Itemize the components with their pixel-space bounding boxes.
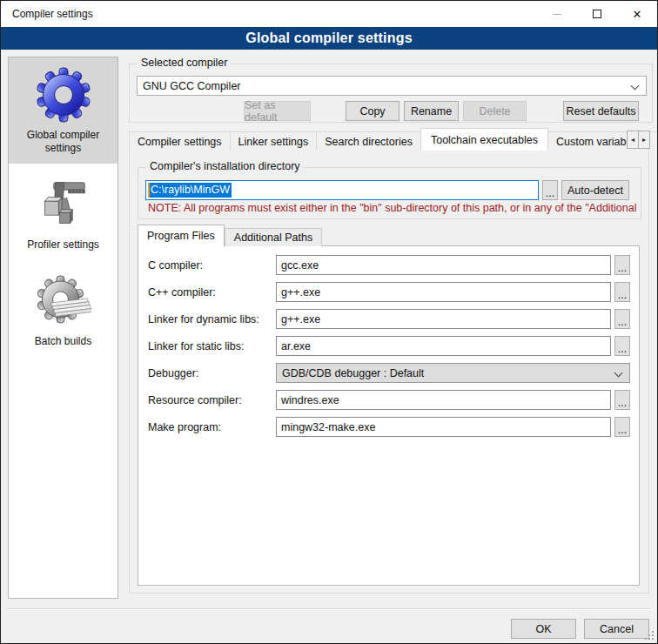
tab-compiler-settings[interactable]: Compiler settings bbox=[129, 131, 231, 151]
sidebar-item-profiler-settings[interactable]: Profiler settings bbox=[9, 167, 118, 260]
sidebar-item-label: Batch builds bbox=[9, 333, 118, 357]
chevron-down-icon bbox=[614, 369, 623, 378]
minimize-button[interactable] bbox=[537, 1, 577, 27]
subtab-additional-paths[interactable]: Additional Paths bbox=[225, 228, 322, 246]
browse-static-linker-button[interactable]: ... bbox=[614, 336, 630, 356]
resize-grip[interactable] bbox=[645, 631, 654, 640]
cpp-compiler-input[interactable] bbox=[276, 282, 611, 302]
auto-detect-button[interactable]: Auto-detect bbox=[561, 180, 629, 200]
browse-directory-button[interactable]: ... bbox=[542, 180, 558, 200]
browse-resource-compiler-button[interactable]: ... bbox=[614, 390, 630, 410]
program-files-tabs: Program Files Additional Paths bbox=[138, 225, 322, 246]
tab-linker-settings[interactable]: Linker settings bbox=[230, 131, 318, 151]
tab-scroll-right-icon[interactable]: ▸ bbox=[638, 131, 650, 149]
field-label: Resource compiler: bbox=[148, 394, 276, 406]
footer-divider bbox=[8, 608, 650, 610]
field-label: Debugger: bbox=[148, 367, 276, 379]
maximize-icon bbox=[593, 10, 601, 18]
debugger-dropdown[interactable]: GDB/CDB debugger : Default bbox=[276, 363, 630, 383]
field-label: Linker for static libs: bbox=[148, 340, 276, 352]
bin-subdirectory-note: NOTE: All programs must exist either in … bbox=[148, 202, 637, 214]
maximize-button[interactable] bbox=[577, 1, 617, 27]
caliper-icon bbox=[9, 172, 118, 237]
installation-directory-input[interactable]: C:\raylib\MinGW bbox=[145, 180, 539, 200]
selected-compiler-value: GNU GCC Compiler bbox=[143, 80, 241, 92]
program-files-panel: C compiler: ... C++ compiler: ... Linker… bbox=[138, 245, 640, 586]
compiler-tabs: Compiler settings Linker settings Search… bbox=[129, 128, 650, 151]
chevron-down-icon bbox=[631, 82, 640, 91]
cancel-button[interactable]: Cancel bbox=[584, 619, 649, 639]
tab-scroll-buttons: ◂ ▸ bbox=[627, 131, 650, 149]
browse-c-compiler-button[interactable]: ... bbox=[614, 255, 630, 275]
sidebar-item-label: Profiler settings bbox=[9, 237, 118, 260]
page-header: Global compiler settings bbox=[1, 27, 657, 50]
browse-dynamic-linker-button[interactable]: ... bbox=[614, 309, 630, 329]
browse-cpp-compiler-button[interactable]: ... bbox=[614, 282, 630, 302]
browse-make-program-button[interactable]: ... bbox=[614, 417, 630, 437]
field-label: Linker for dynamic libs: bbox=[148, 313, 276, 325]
blue-gear-icon bbox=[9, 63, 118, 127]
window-title: Compiler settings bbox=[1, 8, 537, 20]
settings-sidebar: Global compiler settings bbox=[8, 57, 118, 599]
c-compiler-input[interactable] bbox=[276, 255, 611, 275]
subtab-program-files[interactable]: Program Files bbox=[138, 225, 225, 246]
sidebar-item-label: Global compiler settings bbox=[9, 127, 118, 164]
sidebar-item-global-compiler-settings[interactable]: Global compiler settings bbox=[9, 57, 118, 164]
page-title: Global compiler settings bbox=[245, 30, 413, 46]
field-label: Make program: bbox=[148, 421, 276, 433]
installation-directory-group: Compiler's installation directory C:\ray… bbox=[138, 167, 641, 219]
tab-scroll-left-icon[interactable]: ◂ bbox=[627, 131, 639, 149]
titlebar: Compiler settings ✕ bbox=[1, 1, 657, 27]
group-label: Selected compiler bbox=[138, 57, 231, 69]
tab-toolchain-executables[interactable]: Toolchain executables bbox=[420, 128, 548, 151]
close-icon: ✕ bbox=[633, 9, 642, 20]
dynamic-linker-input[interactable] bbox=[276, 309, 611, 329]
resource-compiler-input[interactable] bbox=[276, 390, 611, 410]
minimize-icon bbox=[553, 14, 561, 15]
delete-button[interactable]: Delete bbox=[463, 101, 527, 121]
copy-button[interactable]: Copy bbox=[346, 101, 400, 121]
rename-button[interactable]: Rename bbox=[404, 101, 459, 121]
field-label: C++ compiler: bbox=[148, 286, 276, 299]
set-as-default-button[interactable]: Set as default bbox=[244, 101, 311, 121]
field-label: C compiler: bbox=[148, 259, 276, 272]
compiler-settings-dialog: Compiler settings ✕ Global compiler sett… bbox=[0, 0, 658, 644]
gear-papers-icon bbox=[9, 269, 118, 333]
close-button[interactable]: ✕ bbox=[617, 1, 657, 27]
selected-compiler-dropdown[interactable]: GNU GCC Compiler bbox=[137, 76, 647, 96]
selected-compiler-group: Selected compiler GNU GCC Compiler Set a… bbox=[129, 64, 653, 123]
installation-directory-value: C:\raylib\MinGW bbox=[150, 183, 232, 198]
sidebar-item-batch-builds[interactable]: Batch builds bbox=[9, 264, 118, 357]
toolchain-executables-page: Compiler's installation directory C:\ray… bbox=[129, 150, 649, 594]
group-label: Compiler's installation directory bbox=[146, 160, 304, 172]
static-linker-input[interactable] bbox=[276, 336, 611, 356]
make-program-input[interactable] bbox=[276, 417, 611, 437]
tab-search-directories[interactable]: Search directories bbox=[316, 131, 421, 151]
ok-button[interactable]: OK bbox=[511, 619, 576, 639]
reset-defaults-button[interactable]: Reset defaults bbox=[563, 101, 639, 121]
debugger-value: GDB/CDB debugger : Default bbox=[282, 367, 424, 379]
